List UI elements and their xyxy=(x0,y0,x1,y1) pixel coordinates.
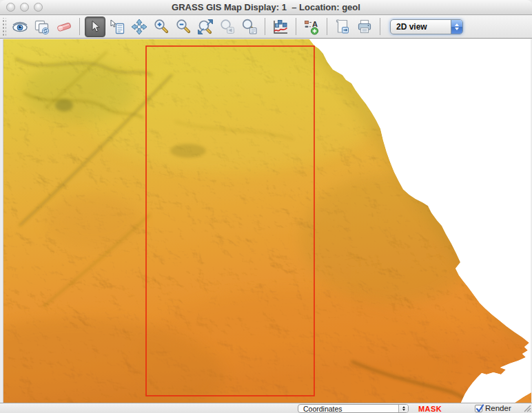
view-mode-value: 2D view xyxy=(391,22,433,32)
view-mode-dropdown[interactable]: 2D view xyxy=(390,19,463,34)
checkmark-icon xyxy=(475,403,485,413)
toolbar-separator xyxy=(79,18,80,35)
print-display-button[interactable] xyxy=(354,17,375,37)
dropdown-stepper-icon xyxy=(398,405,408,412)
map-display-canvas[interactable] xyxy=(3,39,531,403)
query-tool-button[interactable] xyxy=(107,17,127,37)
magnifier-menu-icon xyxy=(241,18,258,36)
terrain-map xyxy=(3,39,531,403)
dropdown-stepper-icon xyxy=(451,20,462,34)
statusbar-mode-value: Coordinates xyxy=(298,405,342,413)
zoom-out-button[interactable] xyxy=(173,17,194,37)
magnifier-minus-icon xyxy=(174,18,192,36)
toolbar-drag-handle[interactable] xyxy=(1,18,6,36)
previous-zoom-button[interactable] xyxy=(217,17,238,37)
statusbar: Coordinates MASK Render xyxy=(0,403,532,413)
magnifier-arrows-icon xyxy=(196,18,214,36)
zoom-options-button[interactable] xyxy=(239,17,260,37)
statusbar-mode-dropdown[interactable]: Coordinates xyxy=(298,404,409,413)
cursor-arrow-icon xyxy=(87,19,103,35)
render-checkbox-label: Render xyxy=(485,404,511,412)
display-map-button[interactable] xyxy=(10,17,30,37)
pointer-tool-button[interactable] xyxy=(85,17,105,37)
render-checkbox[interactable] xyxy=(475,405,482,412)
titlebar: GRASS GIS Map Display: 1 – Location: geo… xyxy=(0,0,532,15)
zoom-to-extent-button[interactable] xyxy=(195,17,216,37)
magnifier-back-icon xyxy=(218,18,236,36)
overlapping-maps-refresh-icon xyxy=(33,18,51,36)
window-title: GRASS GIS Map Display: 1 – Location: geo… xyxy=(0,0,532,15)
legend-text-add-icon: A xyxy=(303,18,320,36)
printer-icon xyxy=(356,18,374,36)
window-resize-grip[interactable] xyxy=(522,403,531,412)
toolbar-separator xyxy=(327,18,327,35)
toolbar-separator xyxy=(265,18,265,35)
svg-text:A: A xyxy=(312,19,318,28)
four-way-arrows-icon xyxy=(130,18,148,36)
arrow-with-list-icon xyxy=(108,18,126,36)
erase-display-button[interactable] xyxy=(54,17,74,37)
mask-indicator: MASK xyxy=(418,405,442,413)
magnifier-plus-icon xyxy=(152,18,170,36)
render-map-button[interactable] xyxy=(32,17,52,37)
analyze-map-button[interactable] xyxy=(270,17,291,37)
grass-map-display-window: GRASS GIS Map Display: 1 – Location: geo… xyxy=(0,0,532,413)
page-export-icon xyxy=(334,18,351,36)
save-display-button[interactable] xyxy=(332,17,353,37)
pan-tool-button[interactable] xyxy=(129,17,150,37)
zoom-in-button[interactable] xyxy=(151,17,172,37)
toolbar-separator xyxy=(380,18,380,35)
profile-chart-icon xyxy=(272,18,289,36)
toolbar-separator xyxy=(296,18,296,35)
eye-icon xyxy=(11,18,29,36)
eraser-icon xyxy=(55,18,73,36)
add-map-elements-button[interactable]: A xyxy=(301,17,322,37)
map-toolbar: A xyxy=(0,15,532,39)
